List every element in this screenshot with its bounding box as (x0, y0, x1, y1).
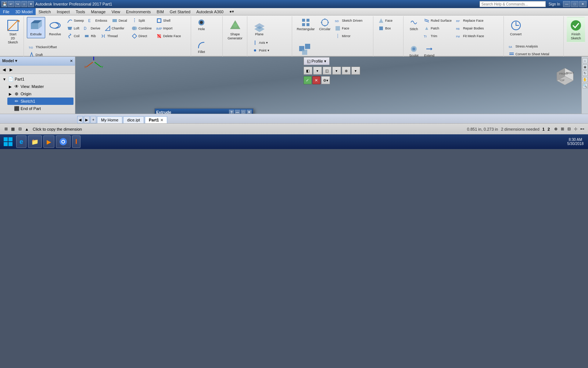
tab-nav-right[interactable]: ▶ (84, 116, 90, 123)
taskbar-explorer-btn[interactable]: 📁 (28, 135, 42, 148)
fillet-btn[interactable]: Fillet (194, 40, 209, 55)
emboss-btn[interactable]: E Emboss (86, 17, 109, 24)
nav-look-btn[interactable]: ◉ (582, 64, 588, 70)
status-icon-3[interactable]: ⊟ (17, 126, 23, 132)
taskbar-inventor-btn[interactable]: I (72, 135, 80, 148)
minimize-btn[interactable]: — (563, 1, 570, 7)
eop-expand[interactable] (8, 106, 12, 111)
view-expand[interactable]: ▶ (8, 84, 12, 89)
status-more-icon[interactable]: ⊷ (579, 126, 585, 132)
face-freeform-btn[interactable]: Face (376, 17, 394, 24)
vbt-confirm-btn[interactable]: ✓ (304, 76, 312, 84)
viewport[interactable]: 1.000 1.000 FRONT RIGHT TOP ⌂ ◉ ↻ (75, 57, 588, 114)
thread-btn[interactable]: Thread (98, 32, 120, 40)
status-ortho-icon[interactable]: ⊞ (559, 126, 565, 132)
menu-3dmodel[interactable]: 3D Model (12, 8, 36, 15)
maximize-btn[interactable]: □ (571, 1, 578, 7)
circular-btn[interactable]: Circular (317, 17, 332, 32)
tree-forward-btn[interactable]: ▶ (8, 67, 14, 72)
menu-sketch[interactable]: Sketch (36, 8, 54, 15)
plane-btn[interactable]: Plane (250, 17, 269, 38)
box-freeform-btn[interactable]: Box (376, 25, 394, 32)
dialog-max-btn[interactable]: □ (241, 110, 246, 114)
dialog-min-btn[interactable]: — (235, 110, 240, 114)
vbt-mode1-arrow[interactable]: ▾ (313, 67, 322, 75)
menu-a360[interactable]: Autodesk A360 (193, 8, 226, 15)
stitch-btn[interactable]: Stitch (406, 17, 421, 32)
point-btn[interactable]: Point ▾ (250, 47, 271, 54)
part1-expand[interactable]: ▼ (2, 77, 7, 81)
menu-tools[interactable]: Tools (73, 8, 88, 15)
home-icon[interactable]: ⌂ (21, 1, 27, 7)
sketch1-expand[interactable] (8, 99, 12, 103)
tree-sketch1[interactable]: ✏ Sketch1 (7, 98, 74, 105)
fit-mesh-btn[interactable]: FM Fit Mesh Face (454, 32, 486, 40)
dialog-close-btn[interactable]: ✕ (247, 110, 252, 114)
tab-part1[interactable]: Part1 ✕ (145, 116, 168, 123)
vbt-cancel-btn[interactable]: ✕ (312, 76, 320, 84)
undo-icon[interactable]: ↩ (8, 1, 14, 7)
vbt-mode2-btn[interactable]: ◫ (323, 67, 331, 75)
repair-bodies-btn[interactable]: RB Repair Bodies (454, 25, 486, 32)
derive-btn[interactable]: D Derive (82, 25, 102, 32)
taskbar-chrome-btn[interactable] (56, 135, 71, 148)
tab-part1-close[interactable]: ✕ (160, 118, 163, 122)
close-btn[interactable]: ✕ (579, 1, 587, 7)
tab-add-btn[interactable]: + (90, 116, 96, 123)
shell-btn[interactable]: Shell (154, 17, 172, 24)
status-icon-2[interactable]: ▦ (10, 126, 16, 132)
status-grid-icon[interactable]: ⊟ (566, 126, 572, 132)
origin-expand[interactable]: ▶ (8, 92, 12, 96)
replace-face-btn[interactable]: RF Replace Face (454, 17, 486, 24)
menu-inspect[interactable]: Inspect (54, 8, 72, 15)
menu-more[interactable]: ●▾ (226, 8, 237, 15)
vbt-settings-btn[interactable]: ⚙▾ (321, 76, 330, 84)
face-btn[interactable]: Face (333, 25, 364, 32)
menu-getstarted[interactable]: Get Started (167, 8, 193, 15)
mirror-btn[interactable]: Mirror (333, 32, 364, 40)
hole-btn[interactable]: Hole (194, 17, 209, 32)
decal-btn[interactable]: Decal (110, 17, 129, 24)
vbt-mode3-btn[interactable]: ⊕ (342, 67, 351, 75)
tab-nav-left[interactable]: ◀ (77, 116, 83, 123)
menu-bim[interactable]: BIM (154, 8, 167, 15)
trim-btn[interactable]: Tr Trim (422, 32, 453, 40)
tree-back-btn[interactable]: ◀ (1, 67, 7, 72)
thicken-btn[interactable]: T/O Thicken/Offset (27, 43, 59, 51)
status-snap-icon[interactable]: ⊕ (553, 126, 559, 132)
convert-btn[interactable]: Convert (507, 17, 525, 38)
import-btn[interactable]: IMP Import (154, 25, 175, 32)
sweep-btn[interactable]: Sweep (65, 17, 86, 24)
status-icon-4[interactable]: ▲ (24, 126, 30, 132)
dialog-help-btn[interactable]: ? (229, 110, 234, 114)
rib-btn[interactable]: Rib (82, 32, 98, 40)
revolve-btn[interactable]: Revolve (46, 17, 64, 38)
vbt-mode1-btn[interactable]: ◧ (304, 67, 312, 75)
tab-myhome[interactable]: My Home (97, 116, 122, 123)
more-icon[interactable]: ▾ (28, 1, 34, 7)
tab-dice[interactable]: dice.ipt (123, 116, 144, 123)
menu-view[interactable]: View (108, 8, 123, 15)
nav-orbit-btn[interactable]: ↻ (582, 71, 588, 76)
signin-btn[interactable]: Sign In (547, 2, 562, 6)
status-cursor-icon[interactable]: ⊹ (573, 126, 578, 132)
shape-generator-btn[interactable]: ShapeGenerator (226, 17, 245, 42)
status-icon-1[interactable]: ⊞ (3, 126, 9, 132)
menu-manage[interactable]: Manage (88, 8, 109, 15)
combine-btn[interactable]: Combine (130, 25, 154, 32)
vbt-profile-btn[interactable]: ◱ Profile ▾ (304, 57, 330, 65)
delete-face-btn[interactable]: Delete Face (154, 32, 183, 40)
vbt-mode2-arrow[interactable]: ▾ (332, 67, 341, 75)
search-input[interactable] (480, 1, 546, 7)
loft-btn[interactable]: Loft (65, 25, 81, 32)
sketch-driven-btn[interactable]: SD Sketch Driven (333, 17, 364, 24)
axis-btn[interactable]: Axis ▾ (250, 39, 271, 46)
chamfer-btn[interactable]: Chamfer (103, 25, 126, 32)
start-2d-sketch-btn[interactable]: Start2D Sketch (4, 17, 22, 46)
tree-origin[interactable]: ▶ ⊕ Origin (7, 90, 74, 98)
finish-sketch-btn[interactable]: FinishSketch (567, 17, 585, 42)
extrude-btn[interactable]: Extrude (27, 17, 45, 38)
redo-icon[interactable]: ↪ (15, 1, 21, 7)
ruled-surface-btn[interactable]: Ruled Surface (422, 17, 453, 24)
direct-btn[interactable]: Direct (130, 32, 149, 40)
